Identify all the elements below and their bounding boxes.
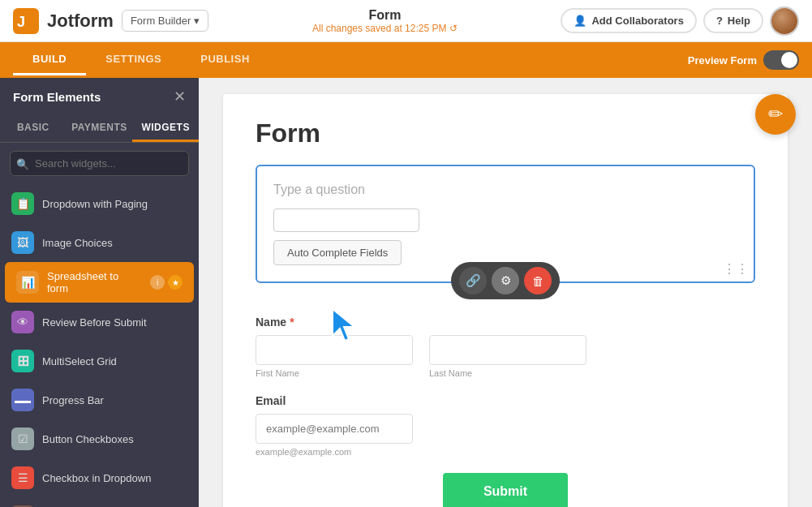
svg-text:J: J xyxy=(17,14,25,30)
widget-item-spreadsheet-form[interactable]: 📊 Spreadsheet to form i ★ xyxy=(5,262,194,303)
sidebar-tabs: BASIC PAYMENTS WIDGETS xyxy=(0,115,199,143)
widget-label: Review Before Submit xyxy=(42,316,147,329)
settings-action-button[interactable]: ⚙ xyxy=(492,267,519,294)
toggle-knob xyxy=(781,52,797,68)
widget-label: Progress Bar xyxy=(42,394,104,406)
close-icon[interactable]: ✕ xyxy=(174,88,186,105)
content-area: ✏ Form Type a question Auto Complete Fie… xyxy=(199,78,812,507)
required-star: * xyxy=(290,316,294,329)
form-title: Form xyxy=(312,8,458,23)
form-builder-button[interactable]: Form Builder ▾ xyxy=(122,10,208,32)
name-label: Name * xyxy=(256,316,755,329)
last-name-input[interactable] xyxy=(429,335,586,365)
jotform-logo-icon: J xyxy=(13,8,39,34)
widget-item-checkbox-dropdown[interactable]: ☰ Checkbox in Dropdown xyxy=(0,458,199,497)
widget-item-form-separators[interactable]: ― Form Separators xyxy=(0,497,199,507)
search-input[interactable] xyxy=(10,151,189,176)
link-action-button[interactable]: 🔗 xyxy=(459,267,487,294)
help-button[interactable]: ? Help xyxy=(703,8,763,33)
email-placeholder-label: example@example.com xyxy=(256,447,755,457)
widget-label: Checkbox in Dropdown xyxy=(42,472,151,484)
widget-item-button-checkboxes[interactable]: ☑ Button Checkboxes xyxy=(0,419,199,458)
widget-label: Spreadsheet to form xyxy=(47,270,142,294)
widget-action-bar: 🔗 ⚙ 🗑 xyxy=(451,262,560,299)
checkbox-dropdown-icon: ☰ xyxy=(11,466,34,489)
email-input[interactable] xyxy=(256,414,413,444)
last-name-sublabel: Last Name xyxy=(429,368,586,378)
widget-badges: i ★ xyxy=(150,275,183,290)
widget-item-dropdown-paging[interactable]: 📋 Dropdown with Paging xyxy=(0,184,199,223)
preview-area: Preview Form xyxy=(688,50,799,70)
multiselect-icon: ⊞ xyxy=(11,350,34,372)
delete-action-button[interactable]: 🗑 xyxy=(524,267,552,294)
add-collaborators-label: Add Collaborators xyxy=(591,15,683,27)
first-name-field-wrapper: First Name xyxy=(256,335,413,378)
add-collaborators-button[interactable]: 👤 Add Collaborators xyxy=(561,8,696,33)
widget-list: 📋 Dropdown with Paging 🖼 Image Choices 📊… xyxy=(0,184,199,507)
main-layout: Form Elements ✕ BASIC PAYMENTS WIDGETS 🔍… xyxy=(0,78,812,507)
progress-bar-icon: ▬▬ xyxy=(11,389,34,411)
review-submit-icon: 👁 xyxy=(11,311,34,333)
form-main-title: Form xyxy=(256,118,755,148)
widget-label: Dropdown with Paging xyxy=(42,198,148,210)
email-label: Email xyxy=(256,394,755,407)
form-canvas: Form Type a question Auto Complete Field… xyxy=(223,94,788,507)
last-name-field-wrapper: Last Name xyxy=(429,335,586,378)
email-field-group: Email example@example.com xyxy=(256,394,755,457)
user-icon: 👤 xyxy=(574,15,586,27)
tab-payments[interactable]: PAYMENTS xyxy=(67,115,133,142)
submit-button[interactable]: Submit xyxy=(443,473,568,507)
search-area: 🔍 xyxy=(0,143,199,184)
chevron-down-icon: ▾ xyxy=(194,15,200,27)
widget-question: Type a question xyxy=(273,183,737,197)
widget-item-multiselect[interactable]: ⊞ MultiSelect Grid xyxy=(0,342,199,380)
tab-build[interactable]: BUILD xyxy=(13,45,86,75)
widget-card: Type a question Auto Complete Fields ⋮⋮ … xyxy=(256,165,755,283)
question-icon: ? xyxy=(716,15,723,27)
search-icon: 🔍 xyxy=(16,157,29,170)
dropdown-paging-icon: 📋 xyxy=(11,192,34,215)
info-badge: i xyxy=(150,275,165,290)
form-title-area: Form All changes saved at 12:25 PM ↺ xyxy=(312,8,458,34)
star-badge: ★ xyxy=(168,275,183,290)
nav-tabs: BUILD SETTINGS PUBLISH xyxy=(13,45,269,75)
sidebar-title: Form Elements xyxy=(13,90,101,104)
widget-label: Image Choices xyxy=(42,237,113,249)
tab-settings[interactable]: SETTINGS xyxy=(86,45,181,75)
form-builder-label: Form Builder xyxy=(131,15,191,27)
sidebar: Form Elements ✕ BASIC PAYMENTS WIDGETS 🔍… xyxy=(0,78,199,507)
widget-item-progress-bar[interactable]: ▬▬ Progress Bar xyxy=(0,380,199,419)
save-status: All changes saved at 12:25 PM ↺ xyxy=(312,23,458,34)
user-avatar[interactable] xyxy=(770,6,799,36)
image-choices-icon: 🖼 xyxy=(11,231,34,254)
logo-text: Jotform xyxy=(47,11,114,32)
widget-text-input[interactable] xyxy=(273,208,419,232)
sidebar-header: Form Elements ✕ xyxy=(0,78,199,115)
first-name-input[interactable] xyxy=(256,335,413,365)
widget-label: Button Checkboxes xyxy=(42,433,134,445)
widget-item-review-submit[interactable]: 👁 Review Before Submit xyxy=(0,303,199,342)
header-actions: 👤 Add Collaborators ? Help xyxy=(561,6,799,36)
widget-item-image-choices[interactable]: 🖼 Image Choices xyxy=(0,223,199,262)
fab-button[interactable]: ✏ xyxy=(755,94,796,135)
name-field-group: Name * First Name Last Name xyxy=(256,316,755,378)
tab-widgets[interactable]: WIDGETS xyxy=(132,115,199,142)
form-section: Name * First Name Last Name xyxy=(256,316,755,507)
widget-label: MultiSelect Grid xyxy=(42,355,117,367)
top-header: J Jotform Form Builder ▾ Form All change… xyxy=(0,0,812,42)
tab-basic[interactable]: BASIC xyxy=(0,115,67,142)
nav-bar: BUILD SETTINGS PUBLISH Preview Form xyxy=(0,42,812,78)
spreadsheet-icon: 📊 xyxy=(16,271,39,294)
first-name-sublabel: First Name xyxy=(256,368,413,378)
logo-area: J Jotform Form Builder ▾ xyxy=(13,8,208,34)
name-field-row: First Name Last Name xyxy=(256,335,755,378)
preview-label: Preview Form xyxy=(688,54,757,67)
preview-toggle[interactable] xyxy=(763,50,799,70)
auto-complete-button[interactable]: Auto Complete Fields xyxy=(273,240,402,265)
help-label: Help xyxy=(728,15,750,27)
button-checkboxes-icon: ☑ xyxy=(11,428,34,450)
tab-publish[interactable]: PUBLISH xyxy=(181,45,269,75)
resize-handle: ⋮⋮ xyxy=(723,261,749,277)
